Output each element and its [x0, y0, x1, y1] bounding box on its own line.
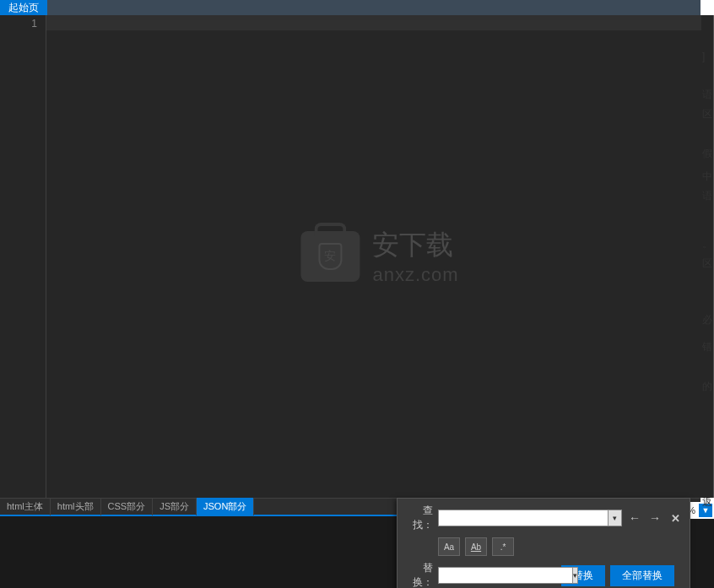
tab-js[interactable]: JS部分: [153, 498, 197, 515]
watermark-bag-icon: 安: [300, 231, 360, 282]
find-input[interactable]: [438, 510, 609, 526]
watermark-url: anxz.com: [372, 264, 458, 286]
tab-json[interactable]: JSON部分: [197, 498, 254, 515]
replace-history-dropdown[interactable]: ▾: [573, 567, 578, 584]
tab-start-page[interactable]: 起始页: [0, 0, 47, 17]
watermark: 安 安下载 anxz.com: [300, 227, 458, 286]
line-number: 1: [0, 18, 37, 30]
find-history-dropdown[interactable]: ▾: [609, 510, 622, 526]
regex-toggle[interactable]: .*: [492, 537, 514, 556]
find-prev-button[interactable]: ←: [627, 510, 642, 526]
find-replace-panel: 查找： ▾ ← → ✕ Aa Ab .* 替换： ▾ 替换 全部替换: [397, 498, 690, 588]
watermark-text: 安下载 anxz.com: [372, 227, 458, 286]
find-label: 查找：: [404, 504, 433, 532]
replace-label: 替换：: [404, 561, 433, 588]
replace-input[interactable]: [438, 567, 573, 584]
replace-all-button[interactable]: 全部替换: [610, 565, 674, 586]
tab-html-body[interactable]: html主体: [0, 498, 51, 515]
code-editor[interactable]: 安 安下载 anxz.com: [46, 15, 714, 498]
tab-css[interactable]: CSS部分: [101, 498, 154, 515]
watermark-title: 安下载: [372, 227, 458, 264]
top-tab-bar: 起始页: [0, 0, 714, 15]
current-line-highlight: [46, 15, 713, 30]
case-sensitive-toggle[interactable]: Aa: [438, 537, 460, 556]
line-gutter: 1: [0, 15, 46, 498]
watermark-shield-icon: 安: [318, 243, 342, 270]
right-panel-fragments: ] 语 区 假 中 语 。 区 必 错 的 返: [702, 51, 714, 515]
close-search-button[interactable]: ✕: [668, 510, 683, 526]
editor-container: 1 安 安下载 anxz.com: [0, 15, 714, 498]
whole-word-toggle[interactable]: Ab: [465, 537, 487, 556]
tab-html-head[interactable]: html头部: [51, 498, 101, 515]
find-next-button[interactable]: →: [647, 510, 663, 526]
